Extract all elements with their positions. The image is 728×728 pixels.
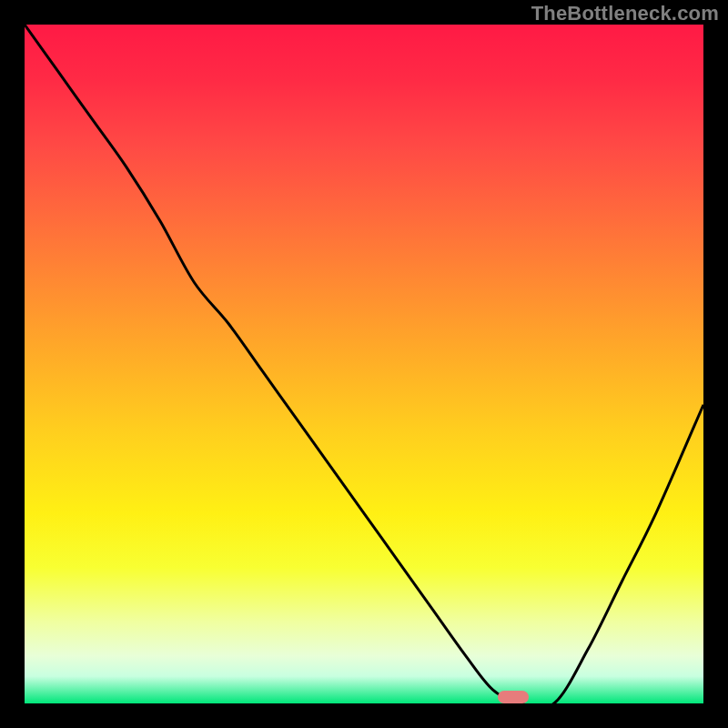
- plot-area: [25, 25, 703, 703]
- curve-path: [25, 25, 703, 703]
- chart-frame: TheBottleneck.com: [0, 0, 728, 728]
- watermark-text: TheBottleneck.com: [531, 2, 719, 25]
- optimal-marker: [498, 691, 529, 703]
- bottleneck-curve: [25, 25, 703, 703]
